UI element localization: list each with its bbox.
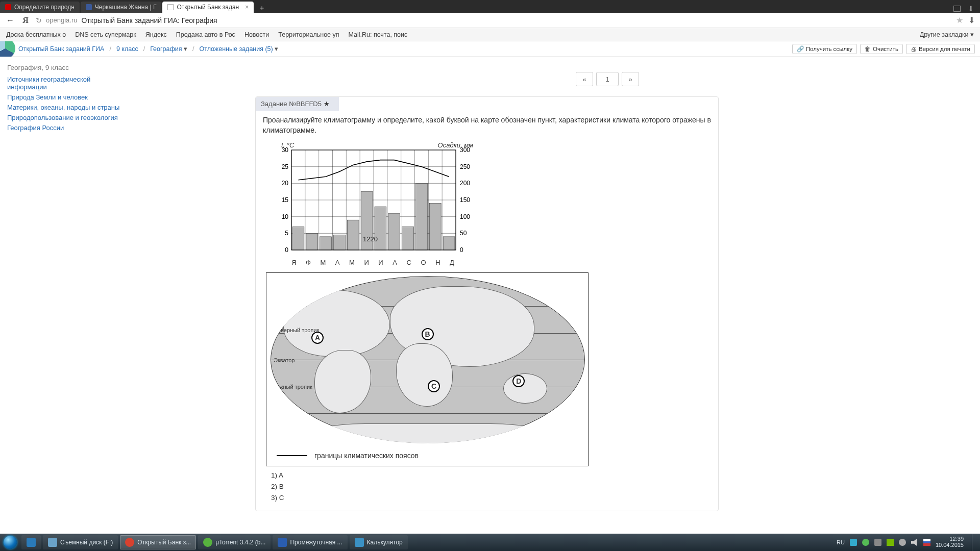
other-bookmarks[interactable]: Другие закладки ▾ [920, 31, 974, 38]
task-card: Задание №BBFFD5 ★ Проанализируйте климат… [255, 96, 719, 511]
browser-tab[interactable]: Черкашина Жанна | Г [81, 2, 162, 13]
download-icon[interactable]: ⬇ [968, 15, 975, 25]
task-header[interactable]: Задание №BBFFD5 ★ [256, 97, 339, 111]
reload-icon[interactable]: ↻ [36, 16, 42, 24]
btn-label: Очистить [873, 46, 898, 52]
site-logo-icon[interactable] [0, 41, 16, 57]
answer-option[interactable]: 1) A [271, 470, 711, 481]
svg-text:100: 100 [460, 213, 470, 220]
svg-rect-35 [306, 233, 318, 250]
map-point-a: A [311, 332, 324, 344]
bookmark-link[interactable]: DNS сеть супермарк [75, 31, 136, 38]
taskbar-item[interactable]: Съемный диск (F:) [43, 535, 118, 549]
star-icon[interactable]: ★ [324, 100, 330, 108]
pager: « 1 » [255, 72, 960, 86]
axis-label-left: t, °C [281, 141, 294, 151]
print-button[interactable]: 🖨Версия для печати [906, 44, 975, 54]
sidebar-link[interactable]: География России [7, 124, 128, 132]
flag-icon[interactable] [923, 539, 930, 546]
browser-tab-active[interactable]: Открытый Банк задан × [162, 2, 254, 13]
climatogram-chart: t, °C Осадки, мм 05101520253005010015020… [267, 143, 471, 268]
answer-options: 1) A 2) B 3) C [271, 470, 711, 503]
app-icon [203, 538, 212, 547]
map-point-b: B [422, 328, 434, 340]
btn-label: Версия для печати [919, 46, 970, 52]
legend-line-icon [277, 455, 307, 456]
pager-next[interactable]: » [622, 72, 639, 86]
legend-text: границы климатических поясов [314, 450, 419, 461]
bookmark-link[interactable]: Продажа авто в Рос [176, 31, 235, 38]
svg-rect-42 [402, 227, 414, 250]
world-map: Северный тропик Экватор Южный тропик A B… [266, 272, 589, 466]
breadcrumb-item[interactable]: Отложенные задания (5) [199, 45, 278, 53]
breadcrumb-item[interactable]: Открытый Банк заданий ГИА [18, 45, 104, 53]
new-tab-button[interactable]: ＋ [257, 3, 267, 13]
svg-rect-38 [347, 220, 359, 250]
url-field[interactable]: ↻ opengia.ru Открытый Банк заданий ГИА: … [36, 16, 951, 24]
tray-icon[interactable] [850, 539, 857, 546]
axis-label-right: Осадки, мм [438, 141, 473, 151]
sidebar-link[interactable]: Источники географической информации [7, 76, 128, 91]
show-desktop-button[interactable] [972, 534, 977, 551]
windows-orb-icon [4, 536, 17, 549]
bookmark-star-icon[interactable]: ★ [956, 15, 963, 25]
bookmark-link[interactable]: Территориальное уп [278, 31, 339, 38]
svg-text:0: 0 [460, 246, 463, 254]
taskbar-label: Съемный диск (F:) [60, 539, 113, 546]
svg-rect-41 [388, 213, 400, 250]
tray-icon[interactable] [899, 539, 906, 546]
tab-label: Открытый Банк задан [177, 4, 239, 11]
map-legend: границы климатических поясов [277, 450, 419, 461]
language-indicator[interactable]: RU [837, 539, 845, 545]
taskbar-item[interactable]: µTorrent 3.4.2 (b... [198, 535, 271, 549]
address-bar: ← Я ↻ opengia.ru Открытый Банк заданий Г… [0, 13, 980, 28]
sidebar-link[interactable]: Материки, океаны, народы и страны [7, 104, 128, 111]
browser-tab[interactable]: Определите природн [0, 2, 80, 13]
svg-rect-44 [429, 203, 441, 249]
volume-icon[interactable] [911, 539, 918, 546]
sidebar-link[interactable]: Природопользование и геоэкология [7, 114, 128, 121]
svg-text:15: 15 [282, 196, 289, 204]
print-icon: 🖨 [911, 46, 917, 52]
taskbar-label: Открытый Банк з... [137, 539, 191, 546]
url-host: opengia.ru [46, 16, 77, 24]
bookmark-link[interactable]: Mail.Ru: почта, поис [349, 31, 408, 38]
page-toolbar: Открытый Банк заданий ГИА/ 9 класс/ Геог… [0, 41, 980, 57]
close-tab-icon[interactable]: × [245, 4, 249, 11]
bookmark-link[interactable]: Доска бесплатных о [6, 31, 66, 38]
taskbar-pinned[interactable] [21, 535, 41, 549]
clear-button[interactable]: 🗑Очистить [860, 44, 903, 54]
window-minmax-icon[interactable] [953, 6, 961, 12]
favicon-icon [167, 4, 174, 10]
task-id: Задание №BBFFD5 [261, 100, 324, 108]
breadcrumb-item[interactable]: 9 класс [116, 45, 138, 53]
yandex-icon[interactable]: Я [20, 16, 31, 25]
taskbar-label: µTorrent 3.4.2 (b... [215, 539, 265, 546]
downloads-icon[interactable]: ⬇ [968, 5, 974, 13]
taskbar-item[interactable]: Калькулятор [350, 535, 408, 549]
svg-rect-37 [334, 235, 346, 249]
pager-prev[interactable]: « [576, 72, 593, 86]
taskbar-item-active[interactable]: Открытый Банк з... [120, 535, 196, 549]
task-text: Проанализируйте климатограмму и определи… [263, 115, 711, 136]
breadcrumb-item[interactable]: География [150, 45, 187, 53]
app-icon [125, 538, 134, 547]
pager-input[interactable]: 1 [596, 72, 619, 86]
get-link-button[interactable]: 🔗Получить ссылку [792, 44, 857, 54]
bookmark-link[interactable]: Яндекс [145, 31, 167, 38]
map-label: Южный тропик [274, 383, 312, 391]
system-tray: RU 12:39 10.04.2015 [834, 534, 980, 551]
tray-icon[interactable] [887, 539, 894, 546]
start-button[interactable] [0, 534, 20, 551]
taskbar-clock[interactable]: 12:39 10.04.2015 [936, 536, 967, 548]
tray-icon[interactable] [874, 539, 881, 546]
bookmark-link[interactable]: Новости [244, 31, 269, 38]
answer-option[interactable]: 3) C [271, 493, 711, 503]
taskbar-item[interactable]: Промежуточная ... [273, 535, 347, 549]
sidebar-link[interactable]: Природа Земли и человек [7, 93, 128, 101]
back-button[interactable]: ← [5, 16, 15, 25]
svg-text:250: 250 [460, 163, 470, 170]
app-icon [48, 538, 57, 547]
answer-option[interactable]: 2) B [271, 482, 711, 492]
tray-icon[interactable] [862, 539, 869, 546]
